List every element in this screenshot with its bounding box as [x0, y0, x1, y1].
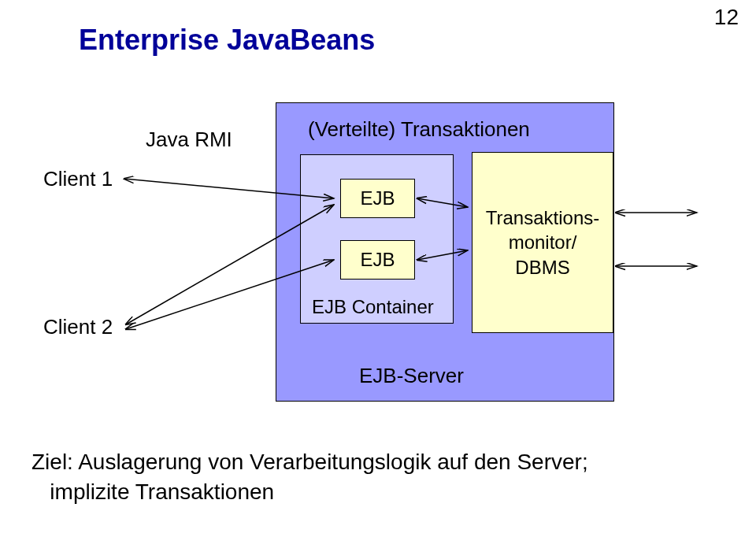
goal-line2: implizite Transaktionen: [50, 480, 274, 504]
container-label: EJB Container: [312, 296, 434, 318]
ejb1-label: EJB: [360, 187, 395, 209]
distributed-tx-label: (Verteilte) Transaktionen: [308, 117, 530, 142]
monitor-box: Transaktions- monitor/ DBMS: [472, 152, 613, 333]
monitor-line2: monitor/: [509, 230, 577, 254]
ejb-box-1: EJB: [340, 179, 415, 218]
monitor-line3: DBMS: [515, 255, 569, 280]
ejb-container-box: EJB EJB EJB Container: [300, 154, 454, 324]
client1-label: Client 1: [43, 167, 113, 191]
page-number: 12: [714, 5, 739, 30]
monitor-line1: Transaktions-: [486, 206, 600, 230]
ejb-server-box: (Verteilte) Transaktionen EJB EJB EJB Co…: [276, 102, 614, 402]
server-label: EJB-Server: [359, 364, 464, 388]
ejb-box-2: EJB: [340, 240, 415, 280]
goal-line1: Ziel: Auslagerung von Verarbeitungslogik…: [32, 450, 588, 474]
rmi-label: Java RMI: [146, 128, 232, 152]
client2-label: Client 2: [43, 315, 113, 339]
goal-text: Ziel: Auslagerung von Verarbeitungslogik…: [32, 447, 709, 507]
page-title: Enterprise JavaBeans: [79, 24, 375, 57]
ejb2-label: EJB: [360, 249, 395, 271]
